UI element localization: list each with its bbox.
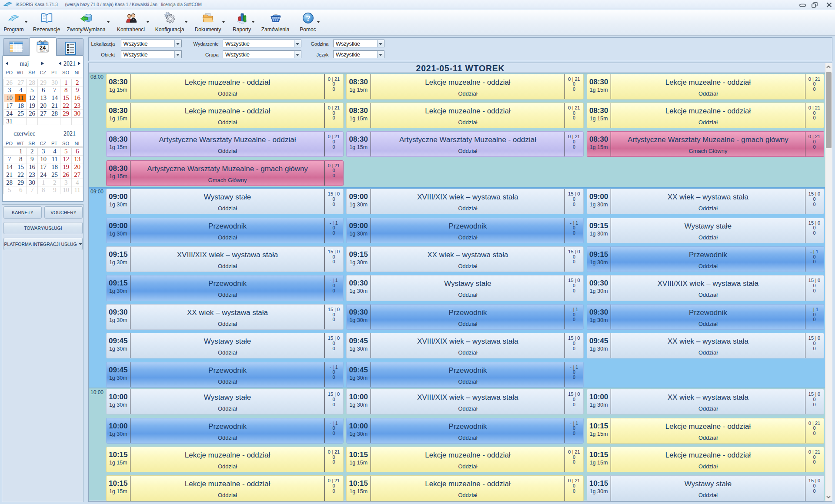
svg-text:MAY: MAY	[40, 50, 45, 53]
svg-text:?: ?	[306, 14, 311, 23]
